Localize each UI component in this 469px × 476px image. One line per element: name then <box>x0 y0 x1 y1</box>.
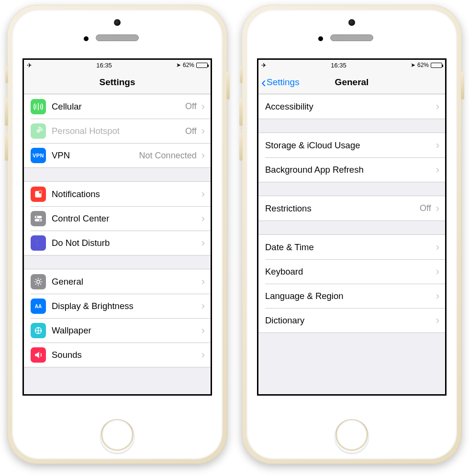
mute-switch[interactable] <box>5 67 8 83</box>
svg-point-10 <box>38 328 39 329</box>
status-time: 16:35 <box>96 62 112 69</box>
settings-row-general[interactable]: General › <box>24 269 211 294</box>
home-button[interactable] <box>100 419 134 454</box>
svg-point-2 <box>39 190 42 194</box>
row-value: Off <box>185 101 200 111</box>
chevron-right-icon: › <box>201 150 205 161</box>
general-row-language-region[interactable]: Language & Region › <box>265 284 445 308</box>
chevron-right-icon: › <box>436 203 439 214</box>
chevron-right-icon: › <box>201 101 205 112</box>
chevron-right-icon: › <box>436 291 439 301</box>
row-label: Sounds <box>52 350 82 360</box>
general-group-locale: Date & Time › Keyboard › Language & Regi… <box>258 234 445 333</box>
back-label: Settings <box>267 77 300 88</box>
proximity-sensor <box>84 36 89 41</box>
general-group-restrictions: Restrictions Off › <box>258 196 445 221</box>
cellular-icon <box>31 99 46 114</box>
settings-group-network: Cellular Off › Personal Hotspot Off › VP… <box>24 94 211 168</box>
settings-row-display[interactable]: AA Display & Brightness › <box>31 294 211 318</box>
general-icon <box>31 274 46 289</box>
power-button[interactable] <box>461 72 464 100</box>
screen-settings: ✈︎ 16:35 ➤ 62% Settings Cel <box>22 58 212 396</box>
settings-row-cellular[interactable]: Cellular Off › <box>24 94 211 119</box>
phone-settings: ✈︎ 16:35 ➤ 62% Settings Cel <box>7 5 227 464</box>
settings-row-do-not-disturb[interactable]: Do Not Disturb › <box>31 231 211 255</box>
volume-down-button[interactable] <box>5 133 8 161</box>
proximity-sensor <box>318 36 323 41</box>
nav-bar: Settings <box>24 70 211 94</box>
row-value: Off <box>185 126 200 136</box>
chevron-right-icon: › <box>201 238 205 248</box>
chevron-right-icon: › <box>201 213 205 224</box>
back-button[interactable]: ‹ Settings <box>261 70 300 94</box>
settings-row-vpn[interactable]: VPN VPN Not Connected › <box>31 143 211 167</box>
airplane-mode-icon: ✈︎ <box>261 62 267 69</box>
general-group-accessibility: Accessibility › <box>258 94 445 119</box>
volume-down-button[interactable] <box>239 133 243 161</box>
general-row-date-time[interactable]: Date & Time › <box>258 235 445 259</box>
chevron-right-icon: › <box>201 350 205 360</box>
svg-point-13 <box>40 330 41 331</box>
nav-bar: ‹ Settings General <box>258 70 445 94</box>
volume-up-button[interactable] <box>5 98 8 126</box>
svg-point-0 <box>37 130 40 133</box>
general-row-accessibility[interactable]: Accessibility › <box>258 94 445 119</box>
chevron-left-icon: ‹ <box>261 75 266 89</box>
general-list[interactable]: Accessibility › Storage & iCloud Usage ›… <box>258 94 445 394</box>
front-camera <box>114 19 121 26</box>
row-label: Date & Time <box>265 242 314 253</box>
general-row-dictionary[interactable]: Dictionary › <box>265 308 445 332</box>
row-label: Language & Region <box>265 291 344 301</box>
settings-row-control-center[interactable]: Control Center › <box>31 206 211 231</box>
settings-row-wallpaper[interactable]: Wallpaper › <box>31 318 211 343</box>
display-icon: AA <box>31 299 46 314</box>
location-icon: ➤ <box>176 62 181 68</box>
svg-rect-3 <box>35 216 42 218</box>
settings-row-notifications[interactable]: Notifications › <box>24 182 211 206</box>
location-icon: ➤ <box>411 62 415 68</box>
row-label: Storage & iCloud Usage <box>265 140 360 151</box>
nav-title: General <box>335 77 369 88</box>
chevron-right-icon: › <box>436 315 439 326</box>
svg-point-6 <box>39 220 41 221</box>
power-button[interactable] <box>226 72 230 100</box>
battery-icon <box>196 63 208 68</box>
battery-percent: 62% <box>417 62 429 68</box>
general-row-restrictions[interactable]: Restrictions Off › <box>258 196 445 221</box>
battery-percent: 62% <box>183 62 194 68</box>
general-row-bg-refresh[interactable]: Background App Refresh › <box>265 157 445 182</box>
chevron-right-icon: › <box>436 242 439 253</box>
chevron-right-icon: › <box>436 266 439 277</box>
volume-up-button[interactable] <box>239 98 243 126</box>
row-label: Accessibility <box>265 101 313 112</box>
row-label: Background App Refresh <box>265 165 364 175</box>
hotspot-icon <box>31 123 46 139</box>
general-group-storage: Storage & iCloud Usage › Background App … <box>258 133 445 182</box>
chevron-right-icon: › <box>201 301 205 311</box>
chevron-right-icon: › <box>436 165 439 175</box>
sounds-icon <box>31 347 46 363</box>
control-center-icon <box>31 211 46 226</box>
phone-general: ✈︎ 16:35 ➤ 62% ‹ Settings General Access… <box>242 5 462 464</box>
chevron-right-icon: › <box>436 140 439 151</box>
settings-list[interactable]: Cellular Off › Personal Hotspot Off › VP… <box>24 94 211 394</box>
row-label: Notifications <box>52 189 100 199</box>
status-time: 16:35 <box>331 62 346 69</box>
general-row-keyboard[interactable]: Keyboard › <box>265 259 445 284</box>
home-button[interactable] <box>335 419 369 454</box>
chevron-right-icon: › <box>201 277 205 287</box>
row-label: Personal Hotspot <box>52 126 120 136</box>
settings-row-hotspot[interactable]: Personal Hotspot Off › <box>31 119 211 143</box>
row-label: Cellular <box>52 101 82 112</box>
status-bar: ✈︎ 16:35 ➤ 62% <box>24 60 211 70</box>
general-row-storage[interactable]: Storage & iCloud Usage › <box>258 133 445 157</box>
row-label: Do Not Disturb <box>52 238 110 248</box>
svg-point-12 <box>35 330 36 331</box>
row-label: Keyboard <box>265 266 303 277</box>
row-value: Not Connected <box>139 151 200 161</box>
airplane-mode-icon: ✈︎ <box>27 62 32 69</box>
row-value: Off <box>420 203 434 213</box>
chevron-right-icon: › <box>201 325 205 336</box>
settings-row-sounds[interactable]: Sounds › <box>31 343 211 367</box>
mute-switch[interactable] <box>240 67 243 83</box>
